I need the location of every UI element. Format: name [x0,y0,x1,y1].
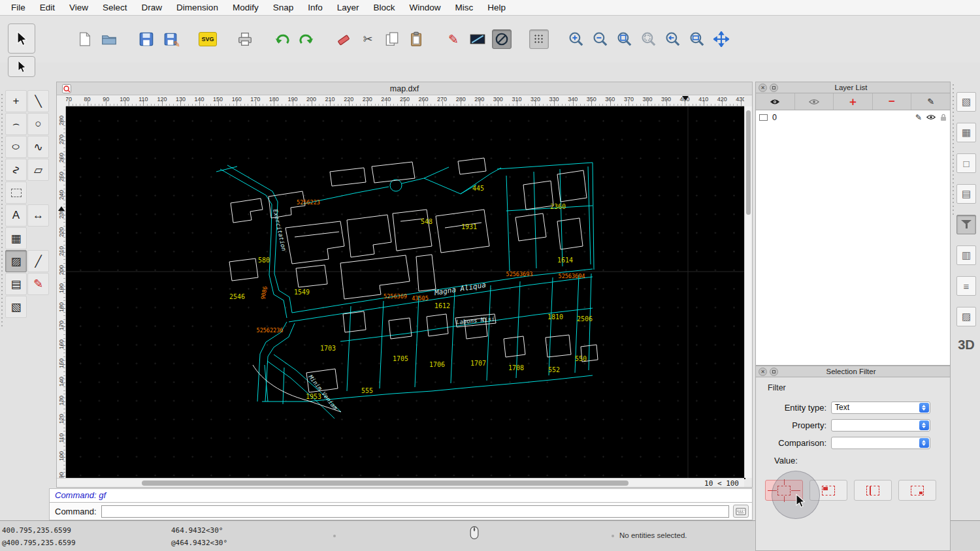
show-all-layers-button[interactable] [756,93,795,110]
layer-lock-icon[interactable] [940,114,947,121]
menu-block[interactable]: Block [367,0,402,16]
menu-edit[interactable]: Edit [33,0,62,16]
edit-layer-button[interactable]: ✎ [911,93,950,110]
pen-button[interactable]: ✎ [444,29,463,49]
detach-icon[interactable] [770,84,778,92]
layer-row[interactable]: 0✎ [756,110,950,124]
select-region-tool[interactable] [5,181,27,204]
redo-button[interactable] [297,29,316,49]
paste-button[interactable] [406,29,426,49]
vertical-scroll-thumb[interactable] [746,110,751,215]
sheet-button[interactable]: □ [956,153,976,173]
detach-icon[interactable] [770,368,778,376]
add-layer-button[interactable]: ＋ [834,93,873,110]
drawing-canvas[interactable]: 4452360548193116145801549254616121810250… [66,106,745,479]
zoom-selection-button[interactable] [639,29,659,49]
zoom-in-button[interactable] [566,29,586,49]
save-button[interactable] [137,29,156,49]
close-icon[interactable]: ✕ [759,84,767,92]
block-list-button[interactable]: ▦ [956,123,976,142]
no-fill-button[interactable] [492,29,512,49]
spline-tool[interactable]: ∿ [27,136,49,158]
stepper-icon[interactable] [919,438,929,448]
command-input[interactable] [101,505,729,518]
zoom-window-button[interactable] [687,29,707,49]
measure-tool[interactable]: ╱ [27,250,49,272]
svg-export-button[interactable]: SVG [198,29,218,49]
menu-help[interactable]: Help [480,0,513,16]
image-tool[interactable]: ▦ [5,227,27,249]
vertical-scrollbar[interactable] [744,106,752,478]
menu-window[interactable]: Window [402,0,448,16]
menu-info[interactable]: Info [301,0,330,16]
select-single-tool-button[interactable] [8,56,35,77]
property-editor-button[interactable]: ▨ [956,307,976,326]
ruler-tick-label: 110 [58,433,65,443]
open-file-button[interactable] [99,29,119,49]
menu-view[interactable]: View [62,0,95,16]
entity-type-select[interactable]: Text [831,401,930,414]
zoom-out-button[interactable] [591,29,610,49]
zoom-previous-button[interactable] [663,29,683,49]
cut-button[interactable]: ✂ [358,29,378,49]
comparison-select[interactable] [831,437,930,449]
close-icon[interactable]: ✕ [759,368,767,376]
undo-button[interactable] [272,29,292,49]
solid-tool[interactable]: ▧ [5,296,27,318]
save-as-button[interactable]: ✎ [161,29,180,49]
stepper-icon[interactable] [919,420,929,430]
remove-layer-button[interactable]: − [873,93,912,110]
layer-list-panel-button[interactable]: ▤ [956,184,976,204]
polygon-tool[interactable]: ▱ [27,159,49,181]
new-file-button[interactable] [75,29,95,49]
pan-button[interactable] [711,29,731,49]
circle-tool[interactable]: ○ [27,113,49,135]
filter-options-button[interactable] [898,480,936,501]
grid-toggle-button[interactable] [529,29,549,49]
layer-list-titlebar: ✕ Layer List [755,82,951,93]
dimension-tool[interactable]: ↔ [27,204,49,227]
layer-edit-icon[interactable]: ✎ [915,113,922,122]
text-tool[interactable]: A [5,204,27,227]
shape-tool[interactable]: ▤ [5,273,27,295]
menu-snap[interactable]: Snap [266,0,301,16]
copy-button[interactable] [382,29,402,49]
layer-checkbox[interactable] [759,114,768,121]
horizontal-scrollbar[interactable]: 10 < 100 [57,478,744,487]
print-preview-button[interactable] [235,29,255,49]
select-tool-button[interactable] [8,24,35,54]
attributes-button[interactable] [468,29,487,49]
layer-visibility-icon[interactable] [926,114,936,120]
freehand-tool[interactable]: ✎ [27,273,49,295]
view-options-button[interactable]: ▧ [956,92,976,112]
menu-draw[interactable]: Draw [135,0,170,16]
library-browser-button[interactable]: ▥ [956,245,976,265]
menu-modify[interactable]: Modify [225,0,266,16]
stepper-icon[interactable] [919,403,929,413]
zoom-auto-button[interactable] [615,29,634,49]
command-options-button[interactable] [733,505,749,518]
line-tool[interactable]: ╲ [27,90,49,112]
svg-text:43505: 43505 [412,295,429,302]
arc-tool[interactable]: ⌢ [5,113,27,135]
hatch-tool[interactable]: ▨ [5,250,27,272]
delete-button[interactable] [334,29,353,49]
menu-layer[interactable]: Layer [330,0,367,16]
menu-dimension[interactable]: Dimension [169,0,225,16]
3d-panel-label[interactable]: 3D [953,338,980,353]
menu-file[interactable]: File [4,0,33,16]
remove-from-selection-button[interactable] [854,480,892,501]
apply-filter-button[interactable] [765,480,803,501]
command-line-panel-button[interactable]: ≡ [956,276,976,296]
polyline-tool[interactable]: ∿ [5,159,27,181]
hide-all-layers-button[interactable] [795,93,834,110]
ellipse-tool[interactable]: ○ [5,136,27,158]
property-select[interactable] [831,419,930,432]
add-to-selection-button[interactable] [809,480,847,501]
shape-tool-icon: ▤ [10,277,21,291]
horizontal-scroll-thumb[interactable] [142,480,629,486]
selection-filter-panel-button[interactable] [956,215,976,234]
menu-select[interactable]: Select [95,0,135,16]
menu-misc[interactable]: Misc [448,0,481,16]
point-tool[interactable]: + [5,90,27,112]
